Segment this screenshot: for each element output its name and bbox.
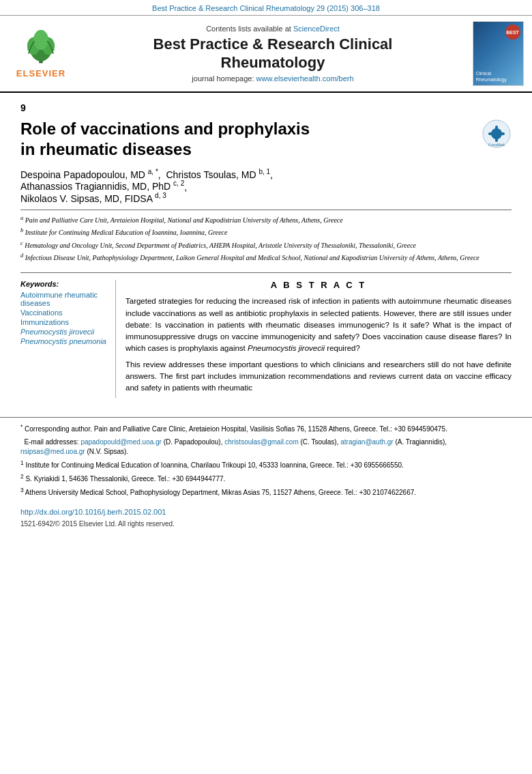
keywords-label: Keywords:	[20, 280, 108, 288]
doi-link[interactable]: http://dx.doi.org/10.1016/j.berh.2015.02…	[20, 508, 166, 516]
footnote-corresponding: * Corresponding author. Pain and Palliat…	[20, 423, 512, 434]
copyright-line: 1521-6942/© 2015 Elsevier Ltd. All right…	[0, 520, 532, 528]
journal-citation-text: Best Practice & Research Clinical Rheuma…	[152, 4, 380, 12]
affiliation-c: c Hematology and Oncology Unit, Second D…	[20, 240, 512, 250]
crossmark-icon: CrossMark	[482, 119, 512, 149]
abstract-paragraph-1: Targeted strategies for reducing the inc…	[125, 296, 512, 354]
email-link-1[interactable]: papadopould@med.uoa.gr	[80, 438, 162, 446]
elsevier-logo: ELSEVIER	[7, 21, 75, 86]
footnote-3: 3 Athens University Medical School, Path…	[20, 487, 512, 498]
footnote-1: 1 Institute for Continuing Medical Educa…	[20, 459, 512, 470]
article-main-content: 9 Role of vaccinations and prophylaxisin…	[0, 93, 532, 405]
svg-rect-8	[495, 126, 498, 142]
cover-thumbnail: BEST ClinicalRheumatology	[473, 21, 524, 86]
affiliation-a: a Pain and Palliative Care Unit, Aretaie…	[20, 214, 512, 225]
elsevier-tree-icon	[14, 29, 68, 66]
author-1: Despoina Papadopoulou, MD a, *	[20, 169, 158, 180]
keyword-4: Pneumocystis jirovecii	[20, 328, 108, 336]
email-link-3[interactable]: atragian@auth.gr	[340, 438, 393, 446]
homepage-prefix: journal homepage:	[192, 74, 256, 83]
keyword-1: Autoimmune rheumatic diseases	[20, 291, 108, 307]
doi-section: http://dx.doi.org/10.1016/j.berh.2015.02…	[0, 501, 532, 520]
affiliations-block: a Pain and Palliative Care Unit, Aretaie…	[20, 210, 512, 263]
keyword-5: Pneumocystis pneumonia	[20, 337, 108, 345]
homepage-url[interactable]: www.elsevierhealth.com/berh	[256, 74, 354, 83]
keywords-column: Keywords: Autoimmune rheumatic diseases …	[20, 280, 116, 398]
author-2: Christos Tsoulas, MD b, 1	[166, 169, 270, 180]
affiliation-b: b Institute for Continuing Medical Educa…	[20, 227, 512, 238]
author-3: Athanassios Tragiannidis, MD, PhD c, 2	[20, 181, 184, 192]
journal-header: ELSEVIER Contents lists available at Sci…	[0, 16, 532, 93]
affiliation-d: d Infectious Disease Unit, Pathophysiolo…	[20, 252, 512, 263]
keyword-2: Vaccinations	[20, 309, 108, 317]
abstract-heading: A B S T R A C T	[125, 280, 512, 290]
keywords-abstract-section: Keywords: Autoimmune rheumatic diseases …	[20, 272, 512, 398]
elsevier-wordmark: ELSEVIER	[16, 68, 65, 78]
journal-title: Best Practice & Research Clinical Rheuma…	[82, 35, 464, 72]
journal-title-block: Contents lists available at ScienceDirec…	[82, 21, 464, 86]
svg-point-4	[33, 30, 48, 50]
svg-text:CrossMark: CrossMark	[488, 143, 505, 147]
cover-text-label: ClinicalRheumatology	[476, 71, 507, 83]
authors-block: Despoina Papadopoulou, MD a, *, Christos…	[20, 168, 512, 204]
abstract-body: Targeted strategies for reducing the inc…	[125, 296, 512, 394]
crossmark-badge-container[interactable]: CrossMark	[482, 119, 512, 149]
article-number: 9	[20, 102, 512, 113]
email-link-2[interactable]: christsoulas@gmail.com	[224, 438, 299, 446]
article-title-row: Role of vaccinations and prophylaxisin r…	[20, 119, 512, 160]
sciencedirect-line: Contents lists available at ScienceDirec…	[82, 25, 464, 33]
footnote-emails: E-mail addresses: papadopould@med.uoa.gr…	[20, 438, 512, 457]
sciencedirect-prefix: Contents lists available at	[206, 25, 293, 33]
journal-citation-bar: Best Practice & Research Clinical Rheuma…	[0, 0, 532, 16]
author-4: Nikolaos V. Sipsas, MD, FIDSA d, 3	[20, 193, 166, 204]
email-link-4[interactable]: nsipsas@med.uoa.gr	[20, 448, 85, 455]
abstract-paragraph-2: This review addresses these important qu…	[125, 359, 512, 395]
footnotes-section: * Corresponding author. Pain and Palliat…	[0, 417, 532, 498]
footnote-2: 2 S. Kyriakidi 1, 54636 Thessaloniki, Gr…	[20, 473, 512, 484]
journal-homepage-line: journal homepage: www.elsevierhealth.com…	[82, 74, 464, 83]
journal-cover-image: BEST ClinicalRheumatology	[471, 21, 525, 86]
keyword-3: Immunizations	[20, 318, 108, 326]
article-title: Role of vaccinations and prophylaxisin r…	[20, 119, 475, 160]
sciencedirect-link[interactable]: ScienceDirect	[293, 25, 340, 33]
abstract-column: A B S T R A C T Targeted strategies for …	[125, 280, 512, 398]
